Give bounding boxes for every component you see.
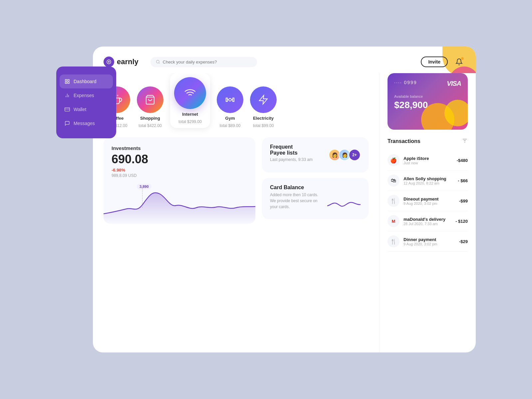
card-section: VISA ···· 0999 Available balance $28,900 — [388, 73, 468, 130]
sidebar-item-dashboard[interactable]: Dashboard — [60, 74, 113, 88]
visa-card: VISA ···· 0999 Available balance $28,900 — [388, 73, 468, 130]
payee-subtitle: Last payments, 9:33 am — [270, 157, 313, 162]
category-electricity[interactable]: Electricity total $99.00 — [250, 86, 277, 128]
notification-button[interactable] — [453, 56, 465, 68]
svg-rect-0 — [65, 79, 67, 81]
investments-amount: 690.08 — [112, 152, 247, 166]
payee-avatars: 👩 👩 2+ — [329, 149, 361, 161]
dinner-name: Dinner payment — [403, 237, 455, 242]
allen-info: Allen Solly shopping 12 Aug 2020, 8:22 a… — [403, 176, 454, 185]
right-sidebar: VISA ···· 0999 Available balance $28,900… — [379, 73, 476, 352]
balance-wave-chart — [327, 196, 361, 212]
allen-name: Allen Solly shopping — [403, 176, 454, 181]
chart-dashed-line — [142, 188, 142, 208]
filter-icon[interactable] — [462, 138, 468, 145]
internet-icon-circle — [174, 77, 206, 109]
dineout-amount: -$99 — [459, 199, 468, 203]
gym-total: total $89.00 — [220, 123, 241, 128]
sidebar-label-messages: Messages — [74, 121, 95, 126]
logo: earnly — [104, 57, 138, 67]
logo-icon — [104, 57, 114, 67]
balance-title: Card Balance — [270, 185, 361, 191]
mcdonalds-info: maDonald's delivery 28 Jul 2020, 7:33 am — [403, 217, 451, 226]
dineout-date: 9 Aug 2020, 3:02 pm — [403, 201, 455, 205]
electricity-label: Electricity — [253, 116, 274, 121]
transaction-dineout[interactable]: 🍴 Dineout payment 9 Aug 2020, 3:02 pm -$… — [388, 191, 468, 211]
investments-card: Investments 690.08 -6.98% 989,8.09 USD 3… — [104, 137, 255, 224]
card-balance-label: Available balance — [394, 94, 461, 98]
category-gym[interactable]: Gym total $89.00 — [217, 86, 243, 128]
search-bar[interactable] — [150, 57, 257, 67]
chart-peak-label: 3,890 — [137, 184, 151, 189]
apple-name: Apple iStore — [403, 156, 453, 161]
transactions-header: Transactions — [388, 138, 468, 145]
expenses-icon — [64, 92, 70, 98]
mcdonalds-icon: M — [388, 215, 399, 227]
transaction-mcdonalds[interactable]: M maDonald's delivery 28 Jul 2020, 7:33 … — [388, 211, 468, 231]
sidebar-item-messages[interactable]: Messages — [56, 116, 116, 130]
sidebar-label-dashboard: Dashboard — [74, 79, 97, 84]
messages-icon — [64, 120, 70, 126]
payee-row: FrequentPayee lists Last payments, 9:33 … — [270, 144, 361, 166]
bottom-section: Investments 690.08 -6.98% 989,8.09 USD 3… — [104, 137, 369, 224]
investments-title: Investments — [112, 145, 247, 151]
gym-label: Gym — [225, 116, 235, 121]
mcdonalds-amount: - $120 — [455, 219, 468, 224]
category-shopping[interactable]: Shopping total $422.00 — [137, 86, 163, 128]
allen-amount: - $66 — [458, 178, 468, 183]
dinner-info: Dinner payment 9 Aug 2020, 3:02 pm — [403, 237, 455, 246]
dineout-name: Dineout payment — [403, 197, 455, 201]
investments-change: -6.98% — [112, 168, 247, 173]
internet-total: total $299.00 — [178, 119, 201, 124]
svg-marker-20 — [259, 95, 267, 104]
shopping-label: Shopping — [140, 116, 160, 121]
svg-point-17 — [229, 98, 231, 101]
sidebar-item-expenses[interactable]: Expenses — [56, 88, 116, 102]
invite-button[interactable]: Invite — [421, 57, 448, 67]
search-input[interactable] — [163, 60, 252, 65]
electricity-total: total $99.00 — [253, 123, 274, 128]
header-actions: Invite — [421, 56, 465, 68]
svg-line-11 — [159, 63, 159, 64]
investments-chart-svg — [104, 184, 255, 224]
payee-title: FrequentPayee lists — [270, 144, 313, 156]
sidebar-label-wallet: Wallet — [74, 107, 86, 112]
svg-rect-3 — [65, 82, 67, 83]
header: earnly Invite — [93, 47, 476, 73]
visa-logo: VISA — [447, 80, 461, 87]
sidebar-label-expenses: Expenses — [74, 93, 94, 98]
mcdonalds-date: 28 Jul 2020, 7:33 am — [403, 222, 451, 226]
content-area: Coffee total $12.00 Shopping — [93, 73, 476, 352]
svg-rect-2 — [68, 82, 69, 83]
investments-chart: 3,890 — [104, 184, 255, 224]
categories-list: Coffee total $12.00 Shopping — [104, 73, 369, 128]
dashboard-icon — [64, 78, 70, 84]
transactions-title: Transactions — [388, 138, 420, 144]
right-panels: FrequentPayee lists Last payments, 9:33 … — [262, 137, 369, 224]
balance-content: Added more then 10 cards. We provide bes… — [270, 192, 361, 212]
dineout-icon: 🍴 — [388, 195, 399, 207]
transaction-allen[interactable]: 🛍 Allen Solly shopping 12 Aug 2020, 8:22… — [388, 171, 468, 191]
sidebar: Dashboard Expenses Wallet — [56, 66, 116, 138]
shopping-icon-circle — [137, 86, 163, 113]
investments-usd: 989,8.09 USD — [112, 173, 247, 178]
dinner-date: 9 Aug 2020, 3:02 pm — [403, 242, 455, 246]
category-internet[interactable]: Internet total $299.00 — [170, 73, 210, 128]
apple-amount: -$480 — [457, 158, 468, 163]
sidebar-item-wallet[interactable]: Wallet — [56, 102, 116, 116]
transaction-dinner[interactable]: 🍴 Dinner payment 9 Aug 2020, 3:02 pm -$2… — [388, 231, 468, 252]
main-content: Coffee total $12.00 Shopping — [93, 73, 379, 352]
internet-label: Internet — [182, 112, 198, 117]
svg-point-10 — [156, 60, 159, 63]
apple-info: Apple iStore Just now — [403, 156, 453, 165]
balance-card: Card Balance Added more then 10 cards. W… — [262, 178, 369, 219]
transaction-apple[interactable]: 🍎 Apple iStore Just now -$480 — [388, 150, 468, 171]
balance-description: Added more then 10 cards. We provide bes… — [270, 192, 323, 210]
dinner-amount: -$29 — [459, 239, 468, 244]
allen-date: 12 Aug 2020, 8:22 am — [403, 181, 454, 185]
apple-icon: 🍎 — [388, 154, 399, 166]
search-icon — [156, 60, 160, 64]
payee-card: FrequentPayee lists Last payments, 9:33 … — [262, 137, 369, 173]
dinner-icon: 🍴 — [388, 235, 399, 247]
mcdonalds-name: maDonald's delivery — [403, 217, 451, 222]
